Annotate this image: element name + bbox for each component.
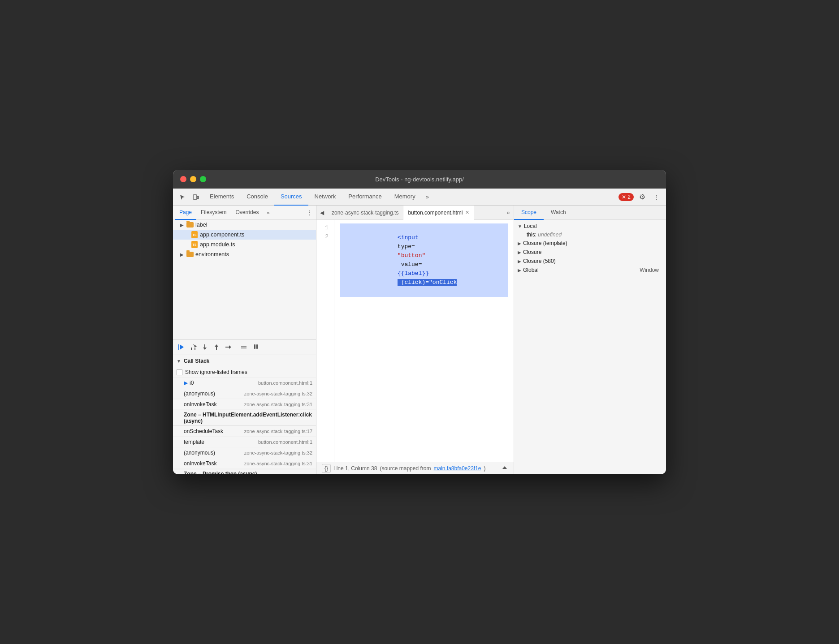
close-button[interactable]: [180, 176, 186, 182]
scope-group-closure-template[interactable]: ▶ Closure (template): [514, 239, 666, 248]
maximize-button[interactable]: [200, 176, 206, 182]
scope-tab-watch[interactable]: Watch: [544, 206, 573, 220]
frame-location-i0: button.component.html:1: [258, 380, 312, 386]
tree-label-app-component: app.component.ts: [200, 232, 244, 238]
zone-separator-2: Zone – Promise.then (async): [173, 469, 316, 474]
tree-item-app-component[interactable]: TS app.component.ts: [173, 230, 316, 240]
frame-location-anonymous-1: zone-async-stack-tagging.ts:32: [244, 391, 312, 396]
pause-on-exception-button[interactable]: [251, 342, 260, 352]
step-into-button[interactable]: [200, 342, 210, 352]
frame-location-anonymous-2: zone-async-stack-tagging.ts:32: [244, 450, 312, 455]
subtab-overrides[interactable]: Overrides: [231, 206, 263, 220]
scope-tabs: Scope Watch: [514, 206, 666, 220]
svg-rect-9: [216, 347, 217, 350]
more-options-button[interactable]: ⋮: [651, 191, 662, 203]
call-stack-header[interactable]: ▼ Call Stack: [173, 355, 316, 367]
scope-closure-arrow: ▶: [518, 250, 521, 255]
editor-tab-close-button[interactable]: ✕: [465, 210, 469, 215]
tree-arrow-label: ▶: [180, 223, 186, 228]
tab-network[interactable]: Network: [308, 189, 342, 206]
step-over-button[interactable]: [188, 342, 198, 352]
code-span-type-val: "button": [398, 252, 425, 259]
debugger-toolbar: [173, 339, 316, 355]
code-line-2: [340, 297, 508, 306]
call-frame-i0[interactable]: ▶ i0 button.component.html:1: [173, 378, 316, 388]
step-button[interactable]: [223, 342, 233, 352]
tab-performance[interactable]: Performance: [342, 189, 388, 206]
call-frame-template[interactable]: template button.component.html:1: [173, 437, 316, 447]
editor-tab-button-component[interactable]: button.component.html ✕: [403, 206, 474, 220]
window-title: DevTools - ng-devtools.netlify.app/: [375, 176, 464, 183]
subtab-more-button[interactable]: »: [265, 209, 271, 216]
scope-closure-template-arrow: ▶: [518, 241, 521, 246]
svg-rect-15: [254, 344, 255, 349]
pretty-print-icon: {}: [324, 465, 328, 472]
tab-elements[interactable]: Elements: [203, 189, 240, 206]
scope-group-closure-580[interactable]: ▶ Closure (580): [514, 257, 666, 266]
resume-button[interactable]: [177, 342, 186, 352]
device-icon[interactable]: [190, 191, 202, 203]
line-numbers: 1 2: [316, 220, 334, 462]
scope-tab-scope[interactable]: Scope: [514, 206, 544, 220]
frame-location-onscheduletask-1: zone-async-stack-tagging.ts:17: [244, 429, 312, 434]
call-frame-anonymous-2[interactable]: (anonymous) zone-async-stack-tagging.ts:…: [173, 447, 316, 458]
frame-name-i0: i0: [190, 380, 258, 386]
pretty-print-button[interactable]: {}: [322, 464, 331, 473]
scope-content: ▼ Local this: undefined ▶: [514, 220, 666, 474]
error-badge[interactable]: ✕ 2: [618, 193, 634, 201]
scope-closure-580-label: Closure (580): [523, 258, 556, 264]
call-frame-onscheduletask-1[interactable]: onScheduleTask zone-async-stack-tagging.…: [173, 426, 316, 437]
tree-item-app-module[interactable]: TS app.module.ts: [173, 240, 316, 249]
scope-this-value: undefined: [538, 232, 562, 238]
tree-label-label: label: [195, 222, 207, 228]
call-frame-anonymous-1[interactable]: (anonymous) zone-async-stack-tagging.ts:…: [173, 388, 316, 399]
code-line-1: <input type= "button" value= {{label}} (…: [340, 223, 508, 297]
tab-sources[interactable]: Sources: [274, 189, 308, 206]
ignore-frames-checkbox[interactable]: [177, 369, 182, 375]
scope-group-local[interactable]: ▼ Local this: undefined: [514, 222, 666, 239]
scope-panel: Scope Watch ▼ Local this: und: [514, 206, 666, 474]
scope-group-closure-header: ▶ Closure: [514, 248, 666, 257]
subtab-dots-button[interactable]: ⋮: [304, 208, 314, 217]
scope-group-global[interactable]: ▶ Global Window: [514, 266, 666, 275]
tree-item-label-folder[interactable]: ▶ label: [173, 220, 316, 230]
cursor-icon[interactable]: [177, 191, 188, 203]
step-out-button[interactable]: [212, 342, 221, 352]
code-span-value-attr: value=: [398, 261, 422, 268]
editor-tab-prev-button[interactable]: ◀: [316, 206, 327, 220]
tree-item-environments-folder[interactable]: ▶ environments: [173, 249, 316, 259]
svg-marker-2: [180, 344, 184, 350]
line-num-1: 1: [320, 223, 329, 232]
status-source-map-close: ): [484, 465, 486, 472]
call-stack-section: ▼ Call Stack Show ignore-listed frames ▶…: [173, 355, 316, 474]
editor-tab-more-button[interactable]: »: [503, 206, 514, 220]
file-icon-app-component: TS: [191, 231, 198, 238]
status-source-file-link[interactable]: main.fa8bfa0e23f1e: [433, 465, 481, 472]
scroll-to-top-button[interactable]: [501, 464, 508, 472]
error-icon: ✕: [622, 194, 626, 200]
scope-group-closure[interactable]: ▶ Closure: [514, 248, 666, 257]
tab-console[interactable]: Console: [240, 189, 274, 206]
code-span-input-open: <input: [398, 234, 422, 241]
scope-closure-label: Closure: [523, 249, 541, 255]
subtab-filesystem[interactable]: Filesystem: [196, 206, 231, 220]
minimize-button[interactable]: [190, 176, 196, 182]
settings-button[interactable]: ⚙: [636, 191, 648, 203]
call-stack-label: Call Stack: [184, 358, 209, 364]
code-editor[interactable]: 1 2 <input type= "button" value= {{label…: [316, 220, 514, 462]
tab-memory[interactable]: Memory: [388, 189, 422, 206]
editor-tab-zone-async[interactable]: zone-async-stack-tagging.ts: [327, 206, 403, 220]
deactivate-breakpoints-button[interactable]: [239, 342, 249, 352]
subtab-page[interactable]: Page: [175, 206, 196, 220]
ignore-frames-label: Show ignore-listed frames: [185, 369, 247, 375]
call-frame-oninvoketask-2[interactable]: onInvokeTask zone-async-stack-tagging.ts…: [173, 458, 316, 469]
devtools-window: DevTools - ng-devtools.netlify.app/ Elem…: [173, 170, 666, 474]
svg-rect-16: [256, 344, 258, 349]
tree-label-environments: environments: [195, 251, 229, 258]
more-tabs-button[interactable]: »: [422, 191, 433, 203]
code-span-type-attr: type=: [398, 243, 415, 250]
folder-icon-environments: [186, 251, 194, 258]
zone-separator-1: Zone – HTMLInputElement.addEventListener…: [173, 410, 316, 426]
frame-location-oninvoketask-2: zone-async-stack-tagging.ts:31: [244, 461, 312, 466]
call-frame-oninvoketask-1[interactable]: onInvokeTask zone-async-stack-tagging.ts…: [173, 399, 316, 410]
